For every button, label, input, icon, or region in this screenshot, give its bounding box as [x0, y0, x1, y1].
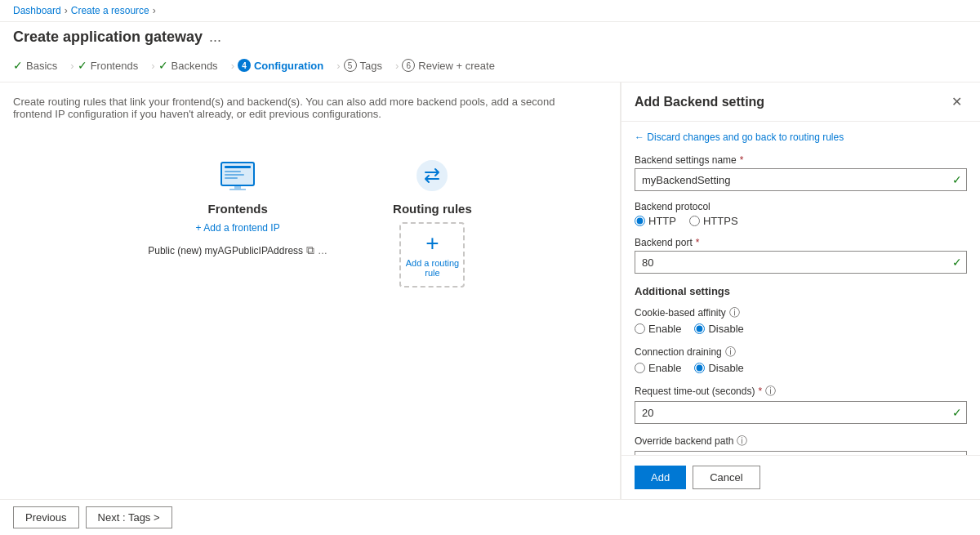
add-routing-rule-box[interactable]: + Add a routing rule [399, 222, 465, 288]
left-description: Create routing rules that link your fron… [13, 96, 568, 120]
request-timeout-info[interactable]: ⓘ [765, 384, 776, 399]
protocol-http-option[interactable]: HTTP [635, 215, 676, 227]
request-timeout-group: Request time-out (seconds) * ⓘ 20 30 60 … [635, 384, 967, 424]
protocol-https-radio[interactable] [689, 216, 700, 226]
backend-settings-name-label: Backend settings name * [635, 154, 967, 166]
page-title: Create application gateway [13, 29, 203, 46]
breadcrumb-sep-1: › [65, 5, 68, 16]
step-tags-label: Tags [360, 60, 382, 72]
previous-button[interactable]: Previous [13, 506, 79, 528]
breadcrumb-sep-2: › [153, 5, 156, 16]
step-tags-number: 5 [344, 59, 357, 72]
svg-rect-2 [225, 166, 251, 168]
copy-icon[interactable]: ⧉ [306, 243, 314, 257]
override-backend-path-label: Override backend path ⓘ [635, 434, 967, 448]
page-options-dots[interactable]: ... [209, 29, 221, 46]
backend-port-wrapper: 80 443 8080 ✓ [635, 251, 967, 274]
step-basics-label: Basics [26, 60, 57, 72]
cancel-button[interactable]: Cancel [693, 466, 760, 489]
backend-port-label: Backend port * [635, 237, 967, 248]
connection-draining-group: Connection draining ⓘ Enable Disable [635, 345, 967, 374]
drawer-footer: Add Cancel [621, 455, 980, 499]
connection-draining-info[interactable]: ⓘ [725, 345, 736, 359]
cookie-affinity-label: Cookie-based affinity ⓘ [635, 305, 967, 320]
step-backends-check: ✓ [158, 59, 168, 72]
cookie-disable-radio[interactable] [694, 323, 705, 334]
add-frontend-link[interactable]: + Add a frontend IP [196, 222, 280, 234]
step-frontends[interactable]: ✓ Frontends [78, 56, 149, 75]
left-panel: Create routing rules that link your fron… [0, 82, 621, 499]
step-backends[interactable]: ✓ Backends [158, 56, 228, 75]
add-rule-label: Add a routing rule [401, 258, 463, 278]
cookie-enable-radio[interactable] [635, 323, 645, 334]
backend-protocol-radio-group: HTTP HTTPS [635, 215, 967, 227]
request-timeout-wrapper: 20 30 60 ✓ [635, 401, 967, 424]
breadcrumb-dashboard[interactable]: Dashboard [13, 5, 61, 16]
frontend-sub: Public (new) myAGPublicIPAddress ⧉ … [148, 243, 327, 257]
drawer-close-button[interactable]: ✕ [947, 92, 967, 111]
backend-settings-name-input[interactable] [635, 168, 967, 191]
backend-port-group: Backend port * 80 443 8080 ✓ [635, 237, 967, 274]
backend-protocol-group: Backend protocol HTTP HTTPS [635, 201, 967, 227]
step-tags[interactable]: 5 Tags [344, 56, 392, 75]
protocol-http-radio[interactable] [635, 216, 645, 226]
drawer-content: ← Discard changes and go back to routing… [621, 122, 980, 455]
connection-draining-radios: Enable Disable [635, 362, 967, 374]
step-review-number: 6 [402, 59, 415, 72]
request-timeout-select[interactable]: 20 30 60 [635, 401, 967, 424]
drain-enable-label: Enable [648, 362, 681, 374]
frontends-node: Frontends + Add a frontend IP Public (ne… [148, 156, 327, 257]
protocol-https-option[interactable]: HTTPS [689, 215, 738, 227]
steps-bar: ✓ Basics › ✓ Frontends › ✓ Backends › 4 … [0, 49, 980, 82]
step-review-label: Review + create [418, 60, 495, 72]
drain-disable-label: Disable [708, 362, 743, 374]
svg-point-8 [417, 161, 447, 190]
override-backend-path-group: Override backend path ⓘ ✓ [635, 434, 967, 455]
breadcrumb-create-resource[interactable]: Create a resource [71, 5, 149, 16]
drain-disable-option[interactable]: Disable [694, 362, 743, 374]
cookie-enable-label: Enable [648, 323, 681, 335]
svg-rect-4 [225, 174, 244, 176]
breadcrumb: Dashboard › Create a resource › [0, 0, 980, 22]
drawer-title: Add Backend setting [635, 95, 764, 109]
override-backend-path-info[interactable]: ⓘ [737, 434, 747, 448]
step-basics[interactable]: ✓ Basics [13, 56, 67, 75]
step-review[interactable]: 6 Review + create [402, 56, 505, 75]
override-backend-path-select[interactable] [635, 451, 967, 455]
frontends-icon [218, 156, 257, 195]
right-panel: Add Backend setting ✕ ← Discard changes … [621, 82, 980, 499]
cookie-affinity-info[interactable]: ⓘ [729, 305, 740, 320]
cookie-affinity-radios: Enable Disable [635, 323, 967, 335]
backend-settings-name-check: ✓ [952, 173, 962, 186]
frontend-dots[interactable]: … [318, 245, 327, 256]
drain-disable-radio[interactable] [694, 363, 705, 373]
connection-draining-label: Connection draining ⓘ [635, 345, 967, 359]
back-link[interactable]: ← Discard changes and go back to routing… [635, 132, 967, 143]
cookie-affinity-group: Cookie-based affinity ⓘ Enable Disable [635, 305, 967, 335]
step-basics-check: ✓ [13, 59, 23, 72]
next-button[interactable]: Next : Tags > [86, 506, 172, 528]
page-header: Create application gateway ... [0, 22, 980, 49]
cookie-enable-option[interactable]: Enable [635, 323, 681, 335]
required-marker: * [740, 154, 744, 166]
main-content: Create routing rules that link your fron… [0, 82, 980, 499]
backend-protocol-label: Backend protocol [635, 201, 967, 212]
drain-enable-option[interactable]: Enable [635, 362, 681, 374]
add-rule-plus-icon: + [425, 232, 439, 255]
step-configuration[interactable]: 4 Configuration [238, 56, 333, 75]
protocol-http-label: HTTP [648, 215, 676, 227]
routing-rules-icon [412, 156, 452, 195]
additional-settings-header: Additional settings [635, 285, 967, 297]
backend-port-select[interactable]: 80 443 8080 [635, 251, 967, 274]
frontend-sub-text: Public (new) myAGPublicIPAddress [148, 245, 303, 256]
routing-rules-node: Routing rules + Add a routing rule [393, 156, 472, 288]
add-button[interactable]: Add [635, 466, 686, 489]
step-frontends-check: ✓ [78, 59, 87, 72]
svg-rect-3 [225, 171, 241, 172]
step-frontends-label: Frontends [91, 60, 139, 72]
step-configuration-label: Configuration [254, 60, 323, 72]
drain-enable-radio[interactable] [635, 363, 645, 373]
drawer-header: Add Backend setting ✕ [621, 82, 980, 122]
cookie-disable-option[interactable]: Disable [694, 323, 743, 335]
diagram: Frontends + Add a frontend IP Public (ne… [13, 140, 607, 304]
